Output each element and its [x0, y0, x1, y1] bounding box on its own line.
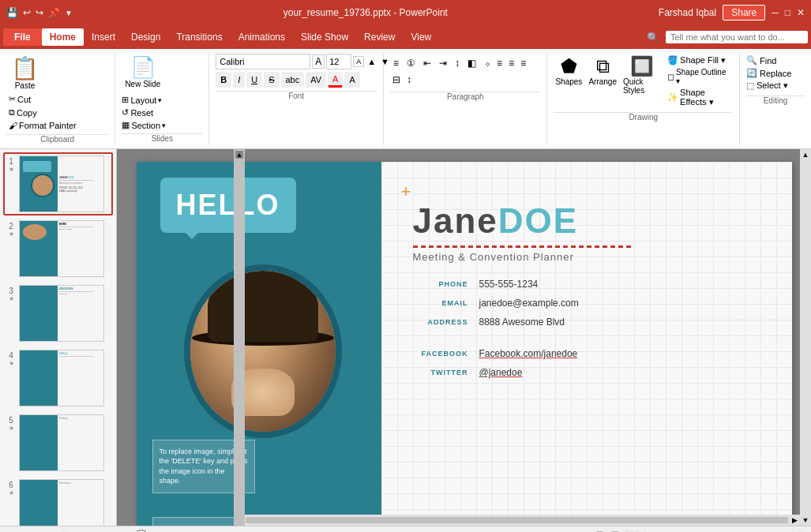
- shape-effects-button[interactable]: ✨ Shape Effects ▾: [667, 88, 731, 107]
- ribbon-group-paragraph: ≡ ① ⇤ ⇥ ↕ ◧ ⬦ ≡ ≡ ≡ ⊟ ↕ Paragraph: [384, 52, 547, 145]
- font-size-up[interactable]: A: [353, 56, 364, 67]
- line-spacing-button[interactable]: ↕: [404, 73, 414, 87]
- drawing-label: Drawing: [554, 112, 733, 123]
- menu-view[interactable]: View: [403, 28, 439, 46]
- undo-icon[interactable]: ↩: [23, 7, 31, 18]
- convert-to-smartart-button[interactable]: ◧: [464, 55, 479, 71]
- close-button[interactable]: ✕: [797, 7, 805, 18]
- grow-font-icon[interactable]: ▲: [366, 56, 377, 67]
- align-left-button[interactable]: ⬦: [482, 56, 493, 70]
- name-area: JaneDOE: [413, 201, 760, 241]
- columns-button[interactable]: ⊟: [390, 73, 403, 87]
- section-button[interactable]: ▦ Section ▾: [122, 120, 166, 130]
- menu-bar: File Home Insert Design Transitions Anim…: [0, 25, 811, 49]
- pin-icon[interactable]: 📌: [48, 7, 60, 18]
- paragraph-label: Paragraph: [390, 92, 540, 103]
- copy-button[interactable]: ⧉ Copy: [6, 107, 79, 118]
- align-right-button[interactable]: ≡: [506, 56, 516, 70]
- menu-file[interactable]: File: [3, 28, 42, 46]
- bullets-button[interactable]: ≡: [390, 55, 402, 71]
- share-button[interactable]: Share: [723, 5, 765, 21]
- menu-home[interactable]: Home: [42, 28, 84, 46]
- scroll-down[interactable]: ▼: [801, 515, 811, 526]
- select-icon: ⬚: [746, 81, 754, 91]
- shape-outline-button[interactable]: ◻ Shape Outline ▾: [667, 68, 731, 85]
- paste-icon: 📋: [11, 55, 39, 81]
- ribbon-group-clipboard: 📋 Paste ✂ Cut ⧉ Copy 🖌 Format Painter: [0, 52, 115, 145]
- reset-icon: ↺: [122, 107, 129, 118]
- menu-slideshow[interactable]: Slide Show: [293, 28, 356, 46]
- shape-effects-icon: ✨: [667, 92, 678, 103]
- horizontal-scrollbar[interactable]: ◀ ▶: [234, 515, 800, 526]
- slide-thumb-1[interactable]: 1 ★ JANEDOE Meeting & Convention PHONE 5…: [3, 152, 113, 215]
- dropdown-arrow[interactable]: ▼: [65, 9, 73, 17]
- find-button[interactable]: 🔍 Find: [746, 55, 791, 66]
- format-painter-button[interactable]: 🖌 Format Painter: [6, 120, 79, 131]
- shapes-button[interactable]: ⬟ Shapes: [554, 54, 584, 109]
- menu-animations[interactable]: Animations: [231, 28, 293, 46]
- bold-button[interactable]: B: [216, 72, 231, 88]
- slide-thumb-3[interactable]: 3 ★ EDUCATION Details here: [3, 282, 113, 345]
- menu-review[interactable]: Review: [356, 28, 403, 46]
- main-area: 1 ★ JANEDOE Meeting & Convention PHONE 5…: [0, 149, 811, 526]
- underline-button[interactable]: U: [246, 72, 262, 88]
- font-size-input[interactable]: [326, 54, 351, 69]
- strikethrough-button[interactable]: S: [264, 72, 279, 88]
- text-direction-button[interactable]: ↕: [452, 55, 463, 71]
- layout-button[interactable]: ⊞ Layout ▾: [122, 95, 166, 105]
- menu-insert[interactable]: Insert: [84, 28, 123, 46]
- paste-label: Paste: [15, 81, 36, 90]
- slide-thumb-5[interactable]: 5 ★ Portfolio: [3, 411, 113, 474]
- normal-view-btn[interactable]: ⊞: [595, 529, 604, 532]
- vertical-scroll-left[interactable]: ▲: [234, 149, 245, 526]
- font-row1: A A ▲ ▼: [216, 54, 391, 69]
- justify-button[interactable]: ≡: [518, 56, 528, 70]
- font-controls: A A ▲ ▼ B I U S abc AV A A: [216, 52, 391, 89]
- plus-decoration: +: [401, 182, 411, 202]
- align-center-button[interactable]: ≡: [494, 56, 505, 70]
- photo-circle: [184, 264, 342, 438]
- font-name-input[interactable]: [216, 54, 310, 69]
- arrange-button[interactable]: ⧉ Arrange: [587, 54, 618, 109]
- slide-thumb-6[interactable]: 6 ★ References: [3, 476, 113, 526]
- menu-design[interactable]: Design: [123, 28, 168, 46]
- new-slide-icon: 📄: [130, 55, 156, 80]
- reset-button[interactable]: ↺ Reset: [122, 107, 166, 118]
- decrease-indent-button[interactable]: ⇤: [420, 55, 434, 71]
- save-icon[interactable]: 💾: [6, 7, 18, 18]
- slide-thumb-2[interactable]: 2 ★ WORK Experience details: [3, 217, 113, 280]
- title-bar-left: 💾 ↩ ↪ 📌 ▼: [6, 7, 73, 18]
- italic-button[interactable]: I: [233, 72, 245, 88]
- slide-preview-2: WORK Experience details: [19, 220, 104, 277]
- small-caps-button[interactable]: abc: [281, 72, 305, 88]
- reading-view-btn[interactable]: 📖: [625, 529, 638, 532]
- scroll-up[interactable]: ▲: [801, 149, 811, 160]
- numbered-list-button[interactable]: ①: [404, 55, 419, 71]
- quick-styles-button[interactable]: 🔲 Quick Styles: [621, 54, 663, 109]
- slideshow-btn[interactable]: ▶: [644, 529, 652, 532]
- slide-sorter-btn[interactable]: ⊡: [610, 529, 619, 532]
- font-color-button[interactable]: A: [328, 72, 343, 88]
- paste-button[interactable]: 📋 Paste: [6, 54, 43, 92]
- char-spacing-button[interactable]: AV: [306, 72, 326, 88]
- vertical-scrollbar[interactable]: ▲ ▼: [800, 149, 811, 526]
- new-slide-button[interactable]: 📄 New Slide: [122, 54, 163, 90]
- search-input[interactable]: [666, 31, 808, 43]
- select-button[interactable]: ⬚ Select ▾: [746, 81, 791, 91]
- slide-thumb-4[interactable]: 4 ★ SKILLS: [3, 347, 113, 410]
- redo-icon[interactable]: ↪: [36, 7, 43, 18]
- cut-button[interactable]: ✂ Cut: [6, 93, 79, 105]
- phone-label: PHONE: [413, 280, 468, 288]
- shape-fill-button[interactable]: 🪣 Shape Fill ▾: [667, 55, 731, 66]
- scroll-right[interactable]: ▶: [790, 516, 800, 524]
- restore-button[interactable]: □: [785, 7, 790, 18]
- find-icon: 🔍: [746, 55, 757, 66]
- text-highlight-button[interactable]: A: [344, 72, 359, 88]
- menu-transitions[interactable]: Transitions: [168, 28, 230, 46]
- increase-indent-button[interactable]: ⇥: [436, 55, 450, 71]
- font-size-down[interactable]: A: [312, 54, 325, 69]
- minimize-button[interactable]: ─: [772, 7, 779, 18]
- slides-buttons: 📄 New Slide ⊞ Layout ▾ ↺ Reset ▦ Section…: [122, 52, 202, 132]
- replace-button[interactable]: 🔄 Replace: [746, 68, 791, 78]
- slide-preview-3: EDUCATION Details here: [19, 285, 104, 342]
